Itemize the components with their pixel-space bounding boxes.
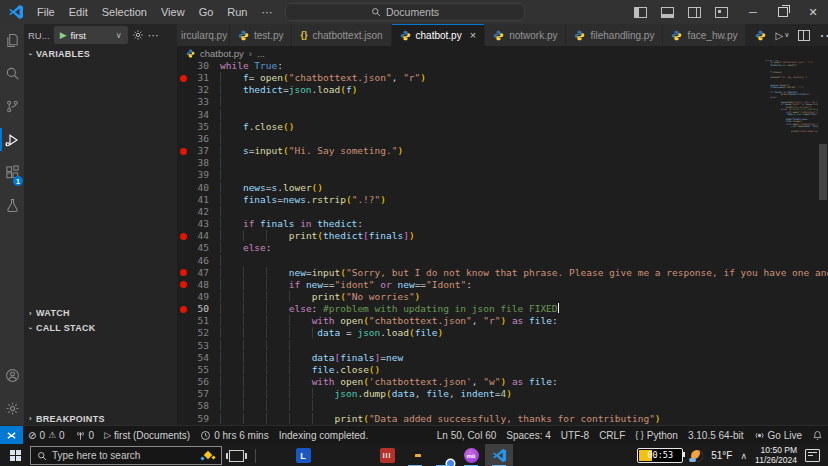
menu-run[interactable]: Run — [220, 0, 254, 24]
tab-filehandling.py[interactable]: filehandling.py — [566, 24, 663, 46]
menu-selection[interactable]: Selection — [95, 0, 154, 24]
activity-settings[interactable] — [0, 392, 24, 425]
status-go-live[interactable]: Go Live — [749, 426, 807, 444]
notification-center-icon[interactable] — [805, 449, 820, 462]
editor-scrollbar[interactable] — [818, 60, 828, 425]
code-line-34[interactable]: 34 — [177, 109, 828, 121]
breadcrumb-file[interactable]: chatbot.py — [200, 48, 244, 59]
more-actions-icon[interactable]: ⋯ — [819, 26, 828, 45]
menu-file[interactable]: File — [30, 0, 62, 24]
scrollbar-thumb[interactable] — [819, 144, 827, 200]
code-line-56[interactable]: 56 with open('chatbottext.json', "w") as… — [177, 376, 828, 388]
line-number[interactable]: 46 — [177, 255, 209, 267]
code-line-47[interactable]: 47 new=input("Sorry, but I do not know t… — [177, 267, 828, 279]
temperature[interactable]: 51°F — [711, 450, 732, 461]
code-line-30[interactable]: 30while True: — [177, 60, 828, 72]
status-python-version[interactable]: 3.10.5 64-bit — [683, 426, 749, 444]
activity-run-and-debug[interactable] — [0, 123, 24, 156]
taskbar-red-bars-app[interactable]: III — [373, 444, 401, 466]
status-language-mode[interactable]: { }Python — [630, 426, 683, 444]
line-number[interactable]: 30 — [177, 60, 209, 72]
line-number[interactable]: 54 — [177, 352, 209, 364]
line-number[interactable]: 58 — [177, 400, 209, 412]
line-number[interactable]: 56 — [177, 376, 209, 388]
line-number[interactable]: 40 — [177, 182, 209, 194]
split-editor-icon[interactable] — [798, 30, 810, 41]
debug-config-dropdown[interactable]: ▶ first ∨ — [54, 26, 128, 44]
more-actions-icon[interactable]: ⋯ — [148, 29, 159, 42]
run-file-button[interactable]: ▷∨ — [775, 30, 789, 41]
start-button[interactable] — [0, 444, 30, 466]
status-cursor-position[interactable]: Ln 50, Col 60 — [432, 426, 502, 444]
taskbar-linkedin-app[interactable]: L — [289, 444, 317, 466]
line-number[interactable]: 45 — [177, 242, 209, 254]
line-number[interactable]: 52 — [177, 327, 209, 339]
code-line-35[interactable]: 35 f.close() — [177, 121, 828, 133]
taskbar-file-explorer[interactable] — [401, 444, 429, 466]
status-remote-indicator[interactable] — [0, 426, 23, 444]
menu-go[interactable]: Go — [192, 0, 221, 24]
line-number[interactable]: 44 — [177, 230, 209, 242]
toggle-sidebar-icon[interactable] — [634, 7, 647, 18]
code-line-40[interactable]: 40 news=s.lower() — [177, 182, 828, 194]
line-number[interactable]: 33 — [177, 96, 209, 108]
tab-test.py[interactable]: test.py — [230, 24, 292, 46]
section-variables[interactable]: › VARIABLES — [24, 46, 177, 62]
status-eol[interactable]: CRLF — [594, 426, 630, 444]
code-line-33[interactable]: 33 — [177, 96, 828, 108]
copilot-sparkle-icon[interactable] — [201, 450, 215, 462]
line-number[interactable]: 48 — [177, 279, 209, 291]
code-line-54[interactable]: 54 data[finals]=new — [177, 352, 828, 364]
code-line-59[interactable]: 59 print("Data added successfully, thank… — [177, 413, 828, 425]
gear-icon[interactable] — [132, 29, 144, 41]
line-number[interactable]: 50 — [177, 303, 209, 315]
line-number[interactable]: 39 — [177, 169, 209, 181]
line-number[interactable]: 42 — [177, 206, 209, 218]
command-center-search[interactable]: Documents — [285, 3, 525, 21]
restore-icon[interactable] — [768, 0, 798, 24]
status-encoding[interactable]: UTF-8 — [556, 426, 594, 444]
line-number[interactable]: 32 — [177, 84, 209, 96]
customize-layout-icon[interactable] — [715, 7, 728, 18]
line-number[interactable]: 31 — [177, 72, 209, 84]
taskbar-clock[interactable]: 10:50 PM 11/26/2024 — [755, 446, 797, 465]
toggle-panel-icon[interactable] — [661, 7, 674, 18]
tray-chevron-up-icon[interactable]: ∧ — [740, 451, 747, 461]
code-line-45[interactable]: 45 else: — [177, 242, 828, 254]
close-tab-icon[interactable]: × — [470, 30, 476, 41]
section-breakpoints[interactable]: › BREAKPOINTS — [24, 412, 177, 425]
tab-chatbot.py[interactable]: chatbot.py× — [392, 24, 486, 46]
code-line-52[interactable]: 52 data = json.load(file) — [177, 327, 828, 339]
line-number[interactable]: 59 — [177, 413, 209, 425]
section-watch[interactable]: › WATCH — [24, 306, 177, 320]
tab-face_hw.py[interactable]: face_hw.py — [663, 24, 746, 46]
tab-notwork.py[interactable]: notwork.py — [485, 24, 566, 46]
code-line-49[interactable]: 49 print("No worries") — [177, 291, 828, 303]
taskbar-chrome-browser[interactable] — [429, 444, 457, 466]
code-line-53[interactable]: 53 — [177, 340, 828, 352]
taskbar-vscode[interactable] — [485, 444, 513, 466]
taskbar-designer-app[interactable] — [317, 444, 345, 466]
line-number[interactable]: 47 — [177, 267, 209, 279]
tab-ircularq.py[interactable]: ircularq.py — [177, 24, 230, 46]
close-icon[interactable]: ✕ — [798, 0, 828, 24]
code-line-51[interactable]: 51 with open("chatbottext.json", "r") as… — [177, 315, 828, 327]
status-notifications[interactable] — [807, 426, 828, 444]
code-line-41[interactable]: 41 finals=news.rstrip(".!?") — [177, 194, 828, 206]
code-line-42[interactable]: 42 — [177, 206, 828, 218]
taskbar-search[interactable]: Type here to search — [30, 446, 222, 465]
status-time-tracker[interactable]: 0 hrs 6 mins — [195, 426, 273, 444]
start-debug-icon[interactable]: ▶ — [60, 30, 67, 40]
status-ports[interactable]: 0 — [70, 426, 100, 444]
minimize-icon[interactable]: ─ — [738, 0, 768, 24]
status-indexing-status[interactable]: Indexing completed. — [274, 426, 374, 444]
taskbar-copilot-app[interactable] — [261, 444, 289, 466]
status-problems[interactable]: ⊘0⚠0 — [23, 426, 70, 444]
code-line-55[interactable]: 55 file.close() — [177, 364, 828, 376]
activity-account[interactable] — [0, 359, 24, 392]
activity-explorer[interactable] — [0, 24, 24, 57]
code-line-43[interactable]: 43 if finals in thedict: — [177, 218, 828, 230]
tab-chatbottext.json[interactable]: {}chatbottext.json — [292, 24, 391, 46]
breadcrumb-more[interactable]: ... — [257, 48, 265, 59]
weather-moon-icon[interactable] — [691, 450, 703, 462]
